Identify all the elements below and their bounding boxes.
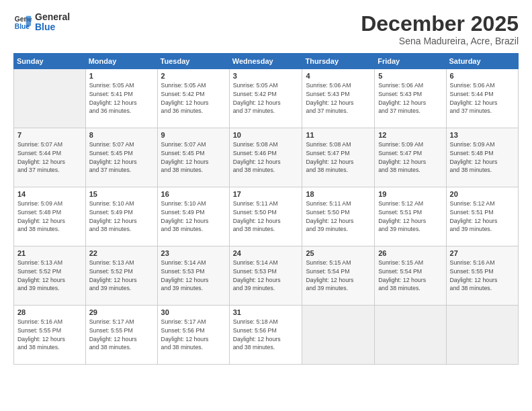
table-row: 26 Sunrise: 5:15 AMSunset: 5:54 PMDaylig…: [375, 246, 446, 306]
table-row: 8 Sunrise: 5:07 AMSunset: 5:45 PMDayligh…: [85, 128, 157, 187]
day-info: Sunrise: 5:08 AMSunset: 5:46 PMDaylight:…: [233, 140, 299, 175]
day-info: Sunrise: 5:11 AMSunset: 5:50 PMDaylight:…: [233, 199, 299, 234]
day-number: 8: [89, 131, 154, 139]
day-number: 20: [450, 190, 515, 198]
table-row: 15 Sunrise: 5:10 AMSunset: 5:49 PMDaylig…: [85, 187, 157, 246]
day-number: 13: [450, 131, 515, 139]
day-info: Sunrise: 5:17 AMSunset: 5:56 PMDaylight:…: [161, 318, 226, 352]
header-thursday: Thursday: [302, 54, 375, 69]
day-number: 11: [306, 131, 371, 139]
calendar-week-row: 21 Sunrise: 5:13 AMSunset: 5:52 PMDaylig…: [14, 246, 519, 306]
table-row: 22 Sunrise: 5:13 AMSunset: 5:52 PMDaylig…: [85, 246, 157, 306]
day-info: Sunrise: 5:16 AMSunset: 5:55 PMDaylight:…: [450, 259, 515, 293]
day-number: 21: [17, 249, 82, 257]
table-row: 27 Sunrise: 5:16 AMSunset: 5:55 PMDaylig…: [446, 246, 518, 306]
day-info: Sunrise: 5:17 AMSunset: 5:55 PMDaylight:…: [89, 318, 154, 352]
month-title: December 2025: [361, 12, 519, 36]
table-row: 16 Sunrise: 5:10 AMSunset: 5:49 PMDaylig…: [157, 187, 229, 246]
day-info: Sunrise: 5:15 AMSunset: 5:54 PMDaylight:…: [306, 259, 371, 293]
table-row: 17 Sunrise: 5:11 AMSunset: 5:50 PMDaylig…: [229, 187, 302, 246]
table-row: [375, 306, 446, 365]
day-number: 23: [161, 249, 226, 257]
table-row: 11 Sunrise: 5:08 AMSunset: 5:47 PMDaylig…: [302, 128, 375, 187]
day-info: Sunrise: 5:13 AMSunset: 5:52 PMDaylight:…: [89, 259, 154, 293]
day-info: Sunrise: 5:08 AMSunset: 5:47 PMDaylight:…: [306, 140, 371, 175]
day-info: Sunrise: 5:09 AMSunset: 5:47 PMDaylight:…: [378, 140, 442, 175]
day-number: 15: [89, 190, 154, 198]
logo-text-general: General: [35, 12, 70, 22]
header-sunday: Sunday: [14, 54, 86, 69]
day-info: Sunrise: 5:05 AMSunset: 5:42 PMDaylight:…: [233, 81, 299, 116]
table-row: 10 Sunrise: 5:08 AMSunset: 5:46 PMDaylig…: [229, 128, 302, 187]
day-info: Sunrise: 5:14 AMSunset: 5:53 PMDaylight:…: [233, 259, 299, 293]
day-info: Sunrise: 5:05 AMSunset: 5:41 PMDaylight:…: [89, 81, 154, 116]
table-row: [14, 69, 86, 128]
table-row: 29 Sunrise: 5:17 AMSunset: 5:55 PMDaylig…: [85, 306, 157, 365]
day-number: 3: [233, 72, 299, 80]
day-info: Sunrise: 5:11 AMSunset: 5:50 PMDaylight:…: [306, 199, 371, 234]
day-info: Sunrise: 5:09 AMSunset: 5:48 PMDaylight:…: [17, 199, 82, 234]
header-monday: Monday: [85, 54, 157, 69]
day-number: 1: [89, 72, 154, 80]
table-row: 7 Sunrise: 5:07 AMSunset: 5:44 PMDayligh…: [14, 128, 86, 187]
table-row: 30 Sunrise: 5:17 AMSunset: 5:56 PMDaylig…: [157, 306, 229, 365]
day-info: Sunrise: 5:13 AMSunset: 5:52 PMDaylight:…: [17, 259, 82, 293]
day-info: Sunrise: 5:09 AMSunset: 5:48 PMDaylight:…: [450, 140, 515, 175]
day-info: Sunrise: 5:12 AMSunset: 5:51 PMDaylight:…: [450, 199, 515, 234]
table-row: 21 Sunrise: 5:13 AMSunset: 5:52 PMDaylig…: [14, 246, 86, 306]
table-row: 9 Sunrise: 5:07 AMSunset: 5:45 PMDayligh…: [157, 128, 229, 187]
calendar-table: Sunday Monday Tuesday Wednesday Thursday…: [13, 53, 519, 365]
table-row: 19 Sunrise: 5:12 AMSunset: 5:51 PMDaylig…: [375, 187, 446, 246]
header-tuesday: Tuesday: [157, 54, 229, 69]
table-row: 2 Sunrise: 5:05 AMSunset: 5:42 PMDayligh…: [157, 69, 229, 128]
table-row: 13 Sunrise: 5:09 AMSunset: 5:48 PMDaylig…: [446, 128, 518, 187]
day-info: Sunrise: 5:14 AMSunset: 5:53 PMDaylight:…: [161, 259, 226, 293]
table-row: 3 Sunrise: 5:05 AMSunset: 5:42 PMDayligh…: [229, 69, 302, 128]
day-number: 16: [161, 190, 226, 198]
day-number: 18: [306, 190, 371, 198]
table-row: 23 Sunrise: 5:14 AMSunset: 5:53 PMDaylig…: [157, 246, 229, 306]
page-header: General Blue General Blue December 2025 …: [13, 12, 519, 46]
day-number: 29: [89, 308, 154, 316]
day-number: 12: [378, 131, 442, 139]
day-number: 30: [161, 308, 226, 316]
table-row: [446, 306, 518, 365]
day-number: 31: [233, 308, 299, 316]
table-row: 4 Sunrise: 5:06 AMSunset: 5:43 PMDayligh…: [302, 69, 375, 128]
table-row: 6 Sunrise: 5:06 AMSunset: 5:44 PMDayligh…: [446, 69, 518, 128]
calendar-week-row: 7 Sunrise: 5:07 AMSunset: 5:44 PMDayligh…: [14, 128, 519, 187]
day-number: 27: [450, 249, 515, 257]
day-number: 14: [17, 190, 82, 198]
day-info: Sunrise: 5:07 AMSunset: 5:45 PMDaylight:…: [161, 140, 226, 175]
calendar-header-row: Sunday Monday Tuesday Wednesday Thursday…: [14, 54, 519, 69]
day-number: 25: [306, 249, 371, 257]
day-number: 2: [161, 72, 226, 80]
table-row: [302, 306, 375, 365]
day-info: Sunrise: 5:16 AMSunset: 5:55 PMDaylight:…: [17, 318, 82, 352]
table-row: 31 Sunrise: 5:18 AMSunset: 5:56 PMDaylig…: [229, 306, 302, 365]
header-friday: Friday: [375, 54, 446, 69]
day-info: Sunrise: 5:06 AMSunset: 5:43 PMDaylight:…: [378, 81, 442, 116]
day-info: Sunrise: 5:06 AMSunset: 5:43 PMDaylight:…: [306, 81, 371, 116]
table-row: 18 Sunrise: 5:11 AMSunset: 5:50 PMDaylig…: [302, 187, 375, 246]
calendar-week-row: 28 Sunrise: 5:16 AMSunset: 5:55 PMDaylig…: [14, 306, 519, 365]
table-row: 24 Sunrise: 5:14 AMSunset: 5:53 PMDaylig…: [229, 246, 302, 306]
table-row: 12 Sunrise: 5:09 AMSunset: 5:47 PMDaylig…: [375, 128, 446, 187]
calendar-week-row: 14 Sunrise: 5:09 AMSunset: 5:48 PMDaylig…: [14, 187, 519, 246]
day-number: 24: [233, 249, 299, 257]
location-subtitle: Sena Madureira, Acre, Brazil: [361, 36, 519, 46]
day-number: 17: [233, 190, 299, 198]
calendar-week-row: 1 Sunrise: 5:05 AMSunset: 5:41 PMDayligh…: [14, 69, 519, 128]
day-info: Sunrise: 5:06 AMSunset: 5:44 PMDaylight:…: [450, 81, 515, 116]
logo-text-blue: Blue: [35, 22, 70, 32]
day-number: 26: [378, 249, 442, 257]
day-info: Sunrise: 5:07 AMSunset: 5:44 PMDaylight:…: [17, 140, 82, 175]
day-number: 6: [450, 72, 515, 80]
day-number: 7: [17, 131, 82, 139]
day-number: 19: [378, 190, 442, 198]
day-info: Sunrise: 5:10 AMSunset: 5:49 PMDaylight:…: [161, 199, 226, 234]
day-number: 22: [89, 249, 154, 257]
logo-icon: General Blue: [13, 13, 32, 32]
day-info: Sunrise: 5:07 AMSunset: 5:45 PMDaylight:…: [89, 140, 154, 175]
day-number: 10: [233, 131, 299, 139]
